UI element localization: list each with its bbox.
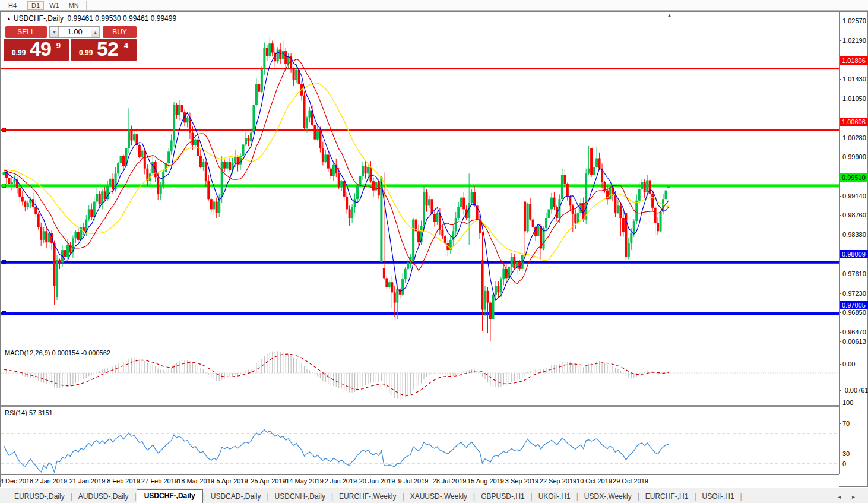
timeframe-button-mn[interactable]: MN: [65, 1, 83, 10]
volume-up-button[interactable]: ▲: [91, 27, 100, 37]
chart-window: ▲USDCHF-,Daily 0.99461 0.99530 0.99461 0…: [0, 11, 868, 487]
collapse-icon[interactable]: ▲: [7, 16, 11, 21]
buy-price-main: 52: [97, 37, 118, 61]
hline-drag-handle[interactable]: [2, 311, 6, 315]
candle-body: [181, 105, 183, 112]
tab-scroll-arrows[interactable]: ◂ ▸: [838, 493, 860, 503]
candle-body: [646, 180, 648, 192]
chart-tab-gbpusd-h1[interactable]: GBPUSD-,H1: [475, 491, 530, 503]
price-axis-label: 0.96850: [842, 309, 866, 316]
price-level-tag: 0.98009: [840, 250, 868, 258]
chart-tab-usoil-h1[interactable]: USOil-,H1: [696, 491, 740, 503]
timeframe-button-w1[interactable]: W1: [45, 1, 64, 10]
volume-down-button[interactable]: ▼: [50, 27, 59, 37]
candle-body: [271, 43, 274, 52]
horizontal-level-line[interactable]: [1, 184, 839, 187]
candle-body: [388, 282, 391, 287]
candle-body: [436, 213, 438, 222]
candle-body: [93, 201, 96, 217]
chart-tab-eurchf-weekly[interactable]: EURCHF-,Weekly: [333, 491, 402, 503]
hline-drag-handle[interactable]: [2, 184, 6, 188]
toolbar-separator: [86, 1, 87, 10]
rsi-axis-label: 100: [842, 399, 853, 406]
candle-body: [308, 111, 311, 118]
candle-body: [261, 69, 263, 92]
candle-body: [133, 134, 135, 140]
candle-body: [255, 84, 258, 105]
sell-button[interactable]: SELL: [5, 26, 47, 38]
macd-axis-label: 0.00: [842, 360, 855, 368]
macd-axis-label: -0.007612: [842, 387, 868, 394]
rsi-canvas[interactable]: [1, 407, 839, 474]
candle-body: [617, 205, 619, 213]
date-axis-label: 2 Jan 2019: [35, 477, 67, 485]
candle-body: [99, 194, 101, 204]
hline-drag-handle[interactable]: [2, 128, 6, 132]
price-axis-label: 1.00280: [842, 134, 866, 141]
candle-body: [479, 220, 481, 233]
candle-body: [332, 165, 335, 176]
candle-body: [401, 279, 404, 295]
candle-body: [441, 230, 443, 236]
candle-body: [667, 186, 670, 188]
buy-price-box[interactable]: 0.99 52 4: [71, 39, 137, 61]
candle-body: [362, 166, 364, 176]
candle-body: [657, 223, 659, 232]
candle-body: [157, 177, 159, 194]
candle-body: [547, 209, 550, 218]
candle-body: [199, 156, 202, 167]
candle-body: [151, 162, 154, 173]
candle-body: [619, 205, 622, 218]
candle-body: [660, 212, 662, 232]
horizontal-level-line[interactable]: [1, 312, 839, 315]
macd-canvas[interactable]: [1, 347, 839, 405]
sell-price-box[interactable]: 0.99 49 9: [4, 39, 69, 61]
chart-tab-usdcad-daily[interactable]: USDCAD-,Daily: [205, 491, 267, 503]
chart-tab-xauusd-weekly[interactable]: XAUUSD-,Weekly: [404, 491, 473, 503]
candle-body: [327, 154, 330, 168]
date-axis-label: 20 Jun 2019: [359, 477, 395, 485]
candle-body: [173, 105, 175, 140]
chart-tab-eurusd-daily[interactable]: EURUSD-,Daily: [8, 491, 71, 503]
candle-body: [130, 130, 132, 140]
hline-drag-handle[interactable]: [2, 260, 6, 264]
candle-body: [417, 231, 420, 242]
chart-shift-icon[interactable]: ▲: [667, 12, 672, 18]
chart-tab-usdcnh-daily[interactable]: USDCNH-,Daily: [269, 491, 331, 503]
chart-tab-usdchf-daily[interactable]: USDCHF-,Daily: [137, 489, 203, 503]
candle-body: [242, 144, 245, 156]
chart-tab-usdx-weekly[interactable]: USDX-,Weekly: [578, 491, 638, 503]
candle-body: [313, 125, 316, 140]
date-axis-label: 15 Aug 2019: [467, 477, 504, 485]
candle-body: [324, 154, 327, 162]
candle-body: [74, 232, 77, 238]
sell-price-pip: 9: [56, 41, 61, 50]
candle-body: [396, 289, 398, 302]
candle-body: [319, 131, 321, 148]
candle-body: [21, 197, 24, 202]
chart-tab-eurchf-h1[interactable]: EURCHF-,H1: [639, 491, 695, 503]
date-axis[interactable]: 14 Dec 20182 Jan 201921 Jan 20198 Feb 20…: [1, 474, 839, 487]
buy-button[interactable]: BUY: [103, 26, 137, 38]
candle-body: [343, 181, 346, 197]
horizontal-level-line[interactable]: [1, 261, 839, 264]
candle-body: [524, 201, 526, 231]
candle-body: [282, 51, 284, 59]
chart-tab-ukoil-h1[interactable]: UKOil-,H1: [533, 491, 576, 503]
candle-body: [351, 207, 353, 218]
chart-tab-audusd-daily[interactable]: AUDUSD-,Daily: [72, 491, 135, 503]
candle-body: [340, 181, 343, 187]
candle-body: [221, 162, 223, 196]
candle-body: [40, 227, 42, 239]
candle-body: [561, 175, 563, 199]
candle-body: [527, 204, 529, 232]
price-axis[interactable]: 1.025701.021901.014301.010501.002800.999…: [839, 12, 867, 474]
horizontal-level-line[interactable]: [1, 129, 839, 131]
candle-body: [53, 243, 56, 286]
candle-body: [34, 207, 37, 214]
date-axis-label: 14 Dec 2018: [0, 477, 33, 485]
volume-value[interactable]: 1.00: [59, 27, 91, 37]
candle-body: [577, 213, 579, 223]
timeframe-button-h4[interactable]: H4: [4, 1, 21, 10]
timeframe-button-d1[interactable]: D1: [27, 1, 44, 10]
